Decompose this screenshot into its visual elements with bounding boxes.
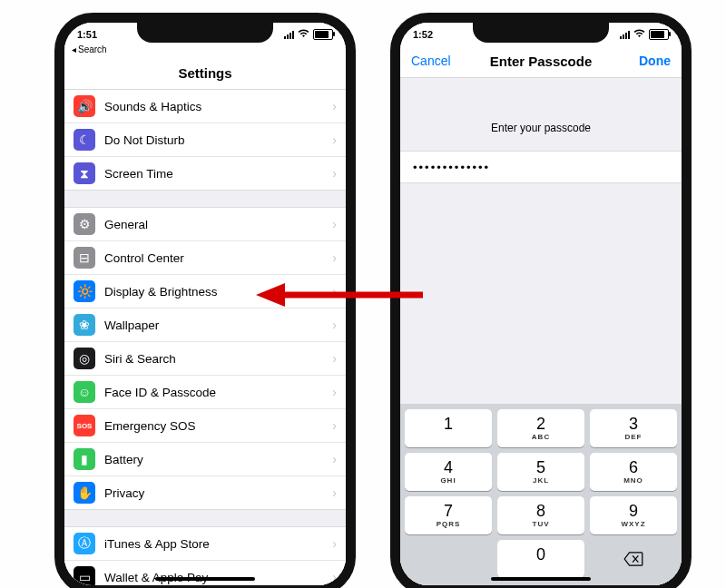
status-time: 1:51 xyxy=(77,30,97,40)
chevron-right-icon: › xyxy=(332,385,337,399)
settings-row-sos[interactable]: SOSEmergency SOS› xyxy=(64,409,346,443)
keypad-key-3[interactable]: 3DEF xyxy=(590,409,677,447)
wifi-icon xyxy=(298,29,309,40)
keypad-letters: DEF xyxy=(625,433,643,441)
keypad-digit: 7 xyxy=(444,503,453,519)
chevron-right-icon: › xyxy=(332,418,337,433)
chevron-right-icon: › xyxy=(332,217,337,231)
settings-row-sounds[interactable]: 🔊Sounds & Haptics› xyxy=(64,90,346,123)
battery-icon: ▮ xyxy=(74,448,95,470)
chevron-right-icon: › xyxy=(332,166,337,181)
chevron-left-icon: ◂ xyxy=(72,44,76,54)
settings-row-screentime[interactable]: ⧗Screen Time› xyxy=(64,157,346,190)
signal-icon xyxy=(620,31,630,39)
phone-passcode: 1:52 Cancel Enter Passcode Done Enter yo… xyxy=(390,13,692,588)
page-title: Enter Passcode xyxy=(490,54,593,69)
settings-row-itunes[interactable]: ⒶiTunes & App Store› xyxy=(64,527,346,561)
numeric-keypad: 1 2ABC3DEF4GHI5JKL6MNO7PQRS8TUV9WXYZ0 xyxy=(400,404,682,585)
sos-icon: SOS xyxy=(74,415,95,436)
keypad-digit: 1 xyxy=(444,416,453,432)
keypad-key-5[interactable]: 5JKL xyxy=(497,453,584,491)
cancel-button[interactable]: Cancel xyxy=(400,44,462,77)
keypad-key-7[interactable]: 7PQRS xyxy=(405,496,492,534)
itunes-icon: Ⓐ xyxy=(74,533,95,554)
keypad-digit: 5 xyxy=(536,459,545,475)
keypad-letters: TUV xyxy=(533,520,550,528)
settings-row-label: Screen Time xyxy=(104,167,332,181)
status-time: 1:52 xyxy=(413,30,433,40)
settings-row-label: Wallpaper xyxy=(104,318,332,332)
settings-row-label: Control Center xyxy=(104,251,332,265)
keypad-blank xyxy=(405,540,492,578)
settings-row-wallpaper[interactable]: ❀Wallpaper› xyxy=(64,309,346,342)
chevron-right-icon: › xyxy=(332,570,337,584)
settings-row-label: Privacy xyxy=(104,486,332,500)
keypad-key-0[interactable]: 0 xyxy=(497,540,584,578)
keypad-key-9[interactable]: 9WXYZ xyxy=(590,496,677,534)
settings-row-general[interactable]: ⚙General› xyxy=(64,208,346,241)
wifi-icon xyxy=(633,29,645,40)
back-to-search[interactable]: ◂ Search xyxy=(64,44,346,56)
settings-row-siri[interactable]: ◎Siri & Search› xyxy=(64,342,346,376)
siri-icon: ◎ xyxy=(74,348,95,369)
settings-row-dnd[interactable]: ☾Do Not Disturb› xyxy=(64,123,346,157)
settings-row-battery[interactable]: ▮Battery› xyxy=(64,443,346,476)
navbar: Settings xyxy=(64,56,346,90)
keypad-letters: ABC xyxy=(532,433,550,441)
chevron-right-icon: › xyxy=(332,132,337,147)
chevron-right-icon: › xyxy=(332,485,337,500)
svg-marker-1 xyxy=(256,283,285,307)
keypad-key-1[interactable]: 1 xyxy=(405,409,492,447)
keypad-key-6[interactable]: 6MNO xyxy=(590,453,677,491)
page-title: Settings xyxy=(178,65,231,81)
settings-row-label: Emergency SOS xyxy=(104,419,332,433)
keypad-key-8[interactable]: 8TUV xyxy=(497,496,584,534)
settings-row-label: General xyxy=(104,218,332,231)
settings-group: ⚙General›⊟Control Center›🔆Display & Brig… xyxy=(64,207,346,510)
faceid-icon: ☺ xyxy=(74,381,95,403)
settings-row-label: Siri & Search xyxy=(104,352,332,366)
battery-icon xyxy=(649,29,669,40)
privacy-icon: ✋ xyxy=(74,482,95,504)
keypad-letters: GHI xyxy=(440,476,456,485)
passcode-prompt: Enter your passcode xyxy=(400,78,682,151)
keypad-digit: 0 xyxy=(536,546,545,563)
settings-row-faceid[interactable]: ☺Face ID & Passcode› xyxy=(64,376,346,409)
keypad-digit: 3 xyxy=(629,416,638,432)
home-indicator[interactable] xyxy=(155,577,255,581)
sounds-icon: 🔊 xyxy=(74,95,95,117)
notch xyxy=(473,21,609,43)
settings-row-controlcenter[interactable]: ⊟Control Center› xyxy=(64,241,346,275)
battery-icon xyxy=(313,29,333,40)
wallpaper-icon: ❀ xyxy=(74,314,95,336)
screentime-icon: ⧗ xyxy=(74,162,95,184)
dnd-icon: ☾ xyxy=(74,129,95,151)
settings-row-wallet[interactable]: ▭Wallet & Apple Pay› xyxy=(64,561,346,585)
keypad-digit: 8 xyxy=(536,503,545,519)
keypad-letters: PQRS xyxy=(437,520,461,528)
settings-group: 🔊Sounds & Haptics›☾Do Not Disturb›⧗Scree… xyxy=(64,90,346,191)
settings-row-privacy[interactable]: ✋Privacy› xyxy=(64,476,346,509)
done-button[interactable]: Done xyxy=(628,44,682,77)
passcode-input[interactable]: ••••••••••••• xyxy=(400,151,682,183)
keypad-delete[interactable] xyxy=(590,540,677,578)
chevron-right-icon: › xyxy=(332,351,337,366)
chevron-right-icon: › xyxy=(332,250,337,265)
keypad-digit: 2 xyxy=(536,416,545,432)
settings-row-label: Sounds & Haptics xyxy=(104,100,332,113)
settings-row-label: Battery xyxy=(104,453,332,466)
home-indicator[interactable] xyxy=(491,577,591,581)
settings-row-label: Do Not Disturb xyxy=(104,133,332,147)
keypad-key-2[interactable]: 2ABC xyxy=(497,409,584,447)
controlcenter-icon: ⊟ xyxy=(74,247,95,269)
general-icon: ⚙ xyxy=(74,213,95,235)
back-label: Search xyxy=(78,44,107,54)
navbar: Cancel Enter Passcode Done xyxy=(400,44,682,78)
settings-row-label: Face ID & Passcode xyxy=(104,386,332,399)
keypad-digit: 6 xyxy=(629,459,638,475)
keypad-letters: MNO xyxy=(623,476,643,485)
chevron-right-icon: › xyxy=(332,452,337,466)
keypad-key-4[interactable]: 4GHI xyxy=(405,453,492,491)
keypad-letters: JKL xyxy=(533,476,549,485)
keypad-digit: 9 xyxy=(629,503,638,519)
